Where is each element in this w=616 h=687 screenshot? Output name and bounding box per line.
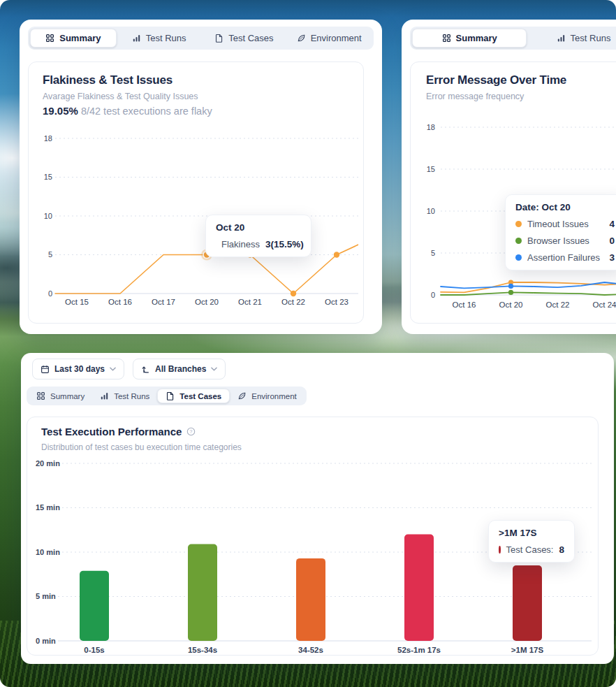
svg-text:Oct 21: Oct 21 (238, 298, 262, 306)
svg-text:Oct 16: Oct 16 (108, 298, 132, 306)
svg-text:Oct 20: Oct 20 (499, 301, 523, 309)
bar-chart-icon (557, 34, 566, 43)
tooltip-value: 4 (609, 219, 615, 229)
filter-all-branches[interactable]: All Branches (133, 359, 226, 379)
stat-caption: 8/42 test executions are flaky (81, 106, 212, 117)
tab-test-cases[interactable]: Test Cases (157, 389, 230, 403)
grid-icon (45, 34, 54, 43)
chart-title-row: Test Execution Performance ? (41, 426, 196, 437)
svg-text:10: 10 (427, 207, 435, 215)
svg-text:18: 18 (427, 123, 435, 131)
svg-text:20 min: 20 min (36, 459, 60, 468)
svg-text:15: 15 (44, 173, 52, 181)
card-title: Test Execution Performance (41, 426, 182, 437)
chevron-down-icon (110, 367, 116, 371)
svg-text:5: 5 (48, 250, 52, 259)
tab-test-cases[interactable]: Test Cases (202, 29, 287, 48)
svg-text:Oct 17: Oct 17 (152, 298, 175, 306)
svg-text:10: 10 (44, 212, 52, 220)
tab-label: Test Runs (571, 33, 611, 43)
tabbar-error-message: SummaryTest RunsTest Cases (410, 27, 616, 50)
svg-text:Oct 16: Oct 16 (453, 301, 476, 309)
tooltip-row-timeout-issues: Timeout Issues4 (515, 219, 615, 229)
svg-text:15s-34s: 15s-34s (188, 646, 217, 654)
flakiness-stat: 19.05%8/42 test executions are flaky (43, 105, 212, 117)
tooltip-value: 3(15.5%) (265, 239, 304, 250)
filter-label: Last 30 days (54, 364, 105, 374)
tabbar-test-cases: SummaryTest RunsTest CasesEnvironment (27, 386, 307, 405)
svg-text:52s-1m 17s: 52s-1m 17s (397, 646, 441, 654)
execution-performance-tooltip: >1M 17S Test Cases: 8 (488, 520, 575, 563)
grid-icon (36, 391, 45, 400)
svg-text:>1M 17S: >1M 17S (511, 646, 544, 654)
svg-text:34-52s: 34-52s (298, 646, 323, 654)
svg-text:5: 5 (431, 249, 435, 257)
tabbar-flakiness: SummaryTest RunsTest CasesEnvironment (28, 27, 374, 50)
tab-summary[interactable]: Summary (412, 29, 527, 48)
svg-text:5 min: 5 min (36, 592, 56, 600)
tab-label: Test Cases (228, 33, 273, 43)
card-subtitle: Error message frequency (426, 92, 524, 101)
svg-text:0: 0 (431, 291, 435, 299)
execution-performance-chart-card: Test Execution Performance ? Distributio… (27, 417, 599, 656)
calendar-icon (41, 365, 50, 374)
tab-summary[interactable]: Summary (30, 29, 117, 48)
chevron-down-icon (211, 367, 217, 371)
card-subtitle: Avarage Flakiness & Test Quality Issues (43, 92, 198, 101)
svg-text:0-15s: 0-15s (84, 646, 104, 654)
leaf-icon (237, 391, 247, 400)
svg-text:10 min: 10 min (36, 548, 60, 556)
help-icon[interactable]: ? (186, 427, 196, 436)
tab-label: Test Runs (114, 392, 149, 400)
tooltip-title: Date: Oct 20 (515, 202, 615, 212)
tooltip-title: >1M 17S (499, 528, 564, 538)
svg-text:0 min: 0 min (36, 637, 56, 645)
filter-row: Last 30 daysAll Branches (32, 359, 226, 379)
filter-last-30-days[interactable]: Last 30 days (32, 359, 124, 379)
tooltip-series-label: Assertion Failures (527, 252, 603, 263)
tab-label: Summary (456, 33, 497, 43)
svg-text:15: 15 (427, 165, 435, 173)
stat-value: 19.05% (43, 105, 78, 117)
tooltip-series-label: Browser Issues (527, 236, 603, 246)
series-dot (515, 254, 522, 261)
tooltip-row: Test Cases: 8 (499, 544, 564, 555)
leaf-icon (297, 34, 306, 43)
tooltip-row-browser-issues: Browser Issues0 (515, 236, 615, 246)
svg-text:15 min: 15 min (36, 503, 60, 512)
card-title: Flakiness & Test Issues (43, 73, 173, 87)
error-message-card: SummaryTest RunsTest Cases Error Message… (402, 20, 616, 334)
tab-label: Summary (50, 392, 85, 400)
tab-label: Test Runs (146, 33, 186, 43)
svg-text:Oct 23: Oct 23 (325, 298, 349, 306)
svg-text:?: ? (190, 429, 193, 434)
series-dot (515, 221, 522, 227)
tooltip-value: 0 (609, 236, 615, 246)
tab-environment[interactable]: Environment (286, 29, 372, 48)
svg-text:Oct 24: Oct 24 (593, 301, 616, 309)
tooltip-series-label: Flakiness (221, 239, 260, 250)
flakiness-chart-card: Flakiness & Test Issues Avarage Flakines… (28, 62, 364, 324)
tab-label: Environment (311, 33, 362, 43)
svg-text:Oct 20: Oct 20 (195, 298, 219, 306)
bar-chart-icon (100, 391, 109, 400)
tab-test-runs[interactable]: Test Runs (92, 389, 157, 403)
tab-label: Test Cases (179, 392, 221, 400)
tab-summary[interactable]: Summary (29, 389, 92, 403)
filter-label: All Branches (155, 364, 206, 374)
series-dot (499, 546, 501, 554)
tab-test-runs[interactable]: Test Runs (117, 29, 202, 48)
tab-label: Environment (251, 392, 297, 400)
card-title: Error Message Over Time (426, 73, 566, 87)
svg-text:Oct 22: Oct 22 (281, 298, 305, 306)
grid-icon (442, 34, 451, 43)
test-cases-panel: Last 30 daysAll Branches SummaryTest Run… (21, 353, 614, 664)
tab-test-runs[interactable]: Test Runs (527, 29, 616, 48)
branch-icon (141, 365, 150, 374)
tooltip-title: Oct 20 (216, 222, 301, 233)
tooltip-series-label: Timeout Issues (527, 219, 603, 229)
tooltip-value: 8 (559, 544, 564, 555)
file-icon (166, 391, 175, 400)
tab-label: Summary (59, 33, 101, 43)
tab-environment[interactable]: Environment (230, 389, 305, 403)
